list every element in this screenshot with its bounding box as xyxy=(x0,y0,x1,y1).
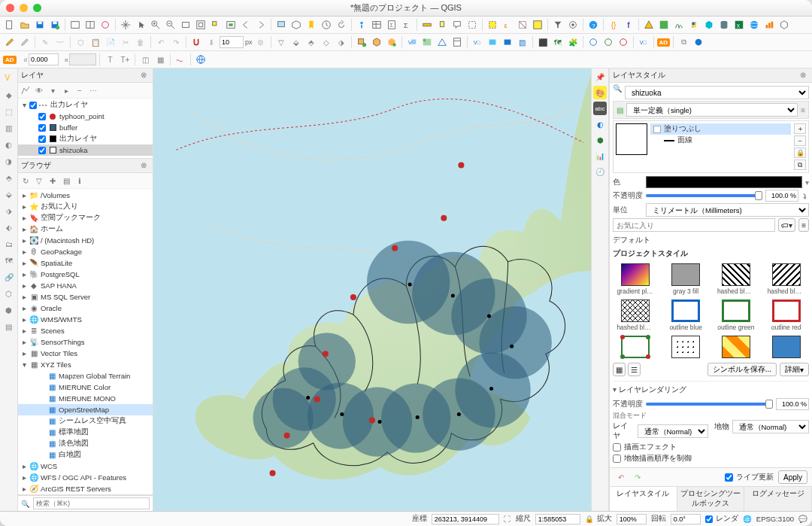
json-button[interactable]: {} xyxy=(607,18,620,32)
apply-button[interactable]: Apply xyxy=(778,470,807,484)
vo3-button[interactable]: ⬘ xyxy=(304,35,318,49)
zoom-full-button[interactable] xyxy=(194,18,208,32)
browser-child-item[interactable]: ▦Mapzen Global Terrain xyxy=(18,370,153,382)
browser-refresh-button[interactable]: ↻ xyxy=(20,175,32,187)
plugin-saga[interactable] xyxy=(657,18,671,32)
style-config-button[interactable]: ≡ xyxy=(798,218,809,232)
layer-item[interactable]: ▾出力レイヤ xyxy=(18,99,153,111)
ll-button[interactable] xyxy=(174,53,187,66)
opacity-input[interactable] xyxy=(765,190,798,202)
live-update-checkbox[interactable] xyxy=(725,473,733,482)
style-3d-icon[interactable]: ⬢ xyxy=(593,133,607,147)
vg2-button[interactable] xyxy=(486,35,499,49)
zoom-next-button[interactable] xyxy=(254,18,268,32)
snap-opts-button[interactable]: ⬇ xyxy=(205,35,218,49)
browser-item[interactable]: ▸◉Oracle xyxy=(18,303,153,314)
style-labels-icon[interactable]: abc xyxy=(593,102,607,115)
browser-item[interactable]: ▸🧭ArcGIS REST Servers xyxy=(18,483,153,494)
v8[interactable]: ⬙ xyxy=(2,187,16,201)
symbol-remove-button[interactable]: − xyxy=(794,135,806,146)
render-checkbox[interactable] xyxy=(705,515,713,523)
select-expr-button[interactable]: ε xyxy=(501,18,514,32)
layer-opts-button[interactable]: ⋯ xyxy=(87,84,99,96)
renderer-menu-icon[interactable]: ≡ xyxy=(801,106,805,114)
list-view-button[interactable]: ☰ xyxy=(628,363,641,376)
browser-add-button[interactable]: ✚ xyxy=(47,175,59,187)
attribute-table-button[interactable] xyxy=(370,18,383,32)
symbol-layer-fill[interactable]: 塗りつぶし xyxy=(650,123,791,135)
control-order-checkbox[interactable] xyxy=(613,455,621,463)
style-swatch[interactable] xyxy=(714,336,759,360)
select-button[interactable] xyxy=(486,18,499,32)
remove-layer-button[interactable]: − xyxy=(74,84,86,96)
fi-button[interactable]: f xyxy=(622,18,635,32)
browser-item[interactable]: ▸💽/ (Macintosh HD) xyxy=(18,235,153,246)
snap-tolerance-input[interactable] xyxy=(220,36,244,48)
save-as-button[interactable] xyxy=(48,18,62,32)
annotation-button[interactable] xyxy=(450,18,464,32)
new-layout-button[interactable] xyxy=(68,18,82,32)
browser-item[interactable]: ▸⭐お気に入り xyxy=(18,201,153,212)
layer-item[interactable]: ▾▦OpenStreetMap xyxy=(18,156,153,158)
color-button[interactable] xyxy=(646,176,802,188)
layer-item[interactable]: typhoon_point xyxy=(18,111,153,122)
filter-legend-button[interactable]: 👁 xyxy=(33,84,45,96)
mesh1-button[interactable]: ◫ xyxy=(138,53,152,66)
symbol-layer-line[interactable]: 面線 xyxy=(650,135,791,146)
browser-item[interactable]: ▸📡SensorThings xyxy=(18,336,153,348)
vertex-tool-button[interactable]: ⬡ xyxy=(74,35,87,49)
v10[interactable]: ⬖ xyxy=(2,220,16,234)
tab-layer-style[interactable]: レイヤスタイル xyxy=(610,487,677,511)
browser-item[interactable]: ▸🏠ホーム xyxy=(18,223,153,235)
browser-item[interactable]: ▾▦XYZ Tiles xyxy=(18,359,153,370)
renderer-select[interactable]: 単一定義（single) xyxy=(626,103,798,117)
style-swatch[interactable] xyxy=(763,336,809,360)
temporal-button[interactable] xyxy=(320,18,333,32)
browser-item[interactable]: ▸🌐WCS xyxy=(18,461,153,472)
locator-input[interactable] xyxy=(33,497,150,509)
add-line-button[interactable]: 〰 xyxy=(53,35,67,49)
v11[interactable]: 🗂 xyxy=(2,237,16,251)
messages-icon[interactable]: 💬 xyxy=(798,515,807,523)
layers-close-icon[interactable]: ⊗ xyxy=(141,71,150,80)
paste-button[interactable]: 📄 xyxy=(104,35,117,49)
zoom-out-button[interactable] xyxy=(164,18,177,32)
new-map-view-button[interactable] xyxy=(274,18,288,32)
style-search-input[interactable] xyxy=(613,218,775,232)
pan-selection-button[interactable] xyxy=(134,18,147,32)
toolbox-button[interactable] xyxy=(566,18,580,32)
zoom-in-button[interactable] xyxy=(149,18,162,32)
w2-button[interactable] xyxy=(601,35,615,49)
expand-all-button[interactable]: ▾ xyxy=(47,84,59,96)
new-bookmark-button[interactable] xyxy=(304,18,318,32)
field-calc-button[interactable]: Σ xyxy=(385,18,398,32)
browser-item[interactable]: ▸≣Scenes xyxy=(18,325,153,336)
zoom-native-button[interactable] xyxy=(179,18,192,32)
style-swatch[interactable]: hashed black / xyxy=(714,263,759,295)
g2-button[interactable]: 🗺 xyxy=(551,35,565,49)
symbol-dup-button[interactable]: ⧉ xyxy=(794,160,806,170)
v5[interactable]: ◐ xyxy=(2,138,16,151)
browser-item[interactable]: ▸🛢GeoPackage xyxy=(18,246,153,257)
browser-item[interactable]: ▸🪶SpatiaLite xyxy=(18,257,153,269)
addlayer-raster-button[interactable] xyxy=(420,35,434,49)
refresh-button[interactable] xyxy=(335,18,348,32)
v4[interactable]: ▥ xyxy=(2,121,16,135)
g1-button[interactable]: ⬛ xyxy=(536,35,550,49)
tips-button[interactable] xyxy=(435,18,449,32)
copy-style-button[interactable]: ⧉ xyxy=(677,35,690,49)
undo-style-button[interactable]: ↶ xyxy=(614,470,628,484)
style-layer-select[interactable]: shizuoka xyxy=(625,86,809,99)
tab-processing-toolbox[interactable]: プロセシングツールボックス xyxy=(677,487,745,511)
add-vector-layer-button[interactable]: V xyxy=(2,71,16,85)
w1-button[interactable] xyxy=(586,35,600,49)
new-project-button[interactable] xyxy=(3,18,17,32)
help-button[interactable]: ? xyxy=(586,18,600,32)
save-symbol-button[interactable]: シンボルを保存... xyxy=(707,363,777,376)
layers-tree[interactable]: ▾出力レイヤtyphoon_pointbuffer出力レイヤshizuoka▾▦… xyxy=(18,99,153,158)
identify-button[interactable] xyxy=(355,18,368,32)
vector-new2-button[interactable] xyxy=(370,35,383,49)
plugin-python[interactable] xyxy=(687,18,701,32)
plugin-cube[interactable] xyxy=(702,18,716,32)
filter-button[interactable] xyxy=(551,18,565,32)
